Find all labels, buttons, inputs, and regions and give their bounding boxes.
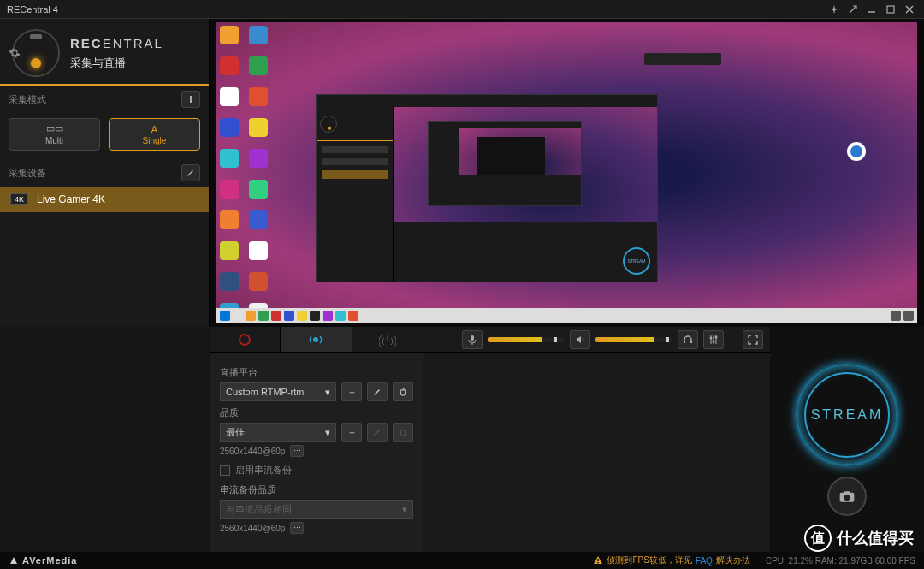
quality-resolution: 2560x1440@60p: [220, 447, 285, 456]
mode-subtitle: 采集与直播: [70, 56, 163, 71]
backup-quality-select: 与串流品质相同 ▾: [220, 500, 413, 519]
tab-multistream[interactable]: [352, 327, 424, 352]
bottom-left-empty: [0, 327, 210, 552]
checkbox-icon[interactable]: [220, 465, 230, 476]
broadcast-icon: [379, 333, 396, 347]
speaker-button[interactable]: [570, 330, 590, 349]
mic-button[interactable]: [462, 330, 483, 349]
watermark: 值 什么值得买: [804, 525, 914, 552]
bottom-area: 直播平台 Custom RTMP-rtm ▾ ＋ 品质 最佳 ▾ ＋: [0, 327, 924, 552]
backup-checkbox-row[interactable]: 启用串流备份: [220, 464, 413, 477]
nested-taskbar: [216, 308, 917, 323]
stream-action-panel: STREAM: [770, 327, 924, 552]
chevron-down-icon: ▾: [402, 504, 407, 515]
watermark-text: 什么值得买: [837, 528, 914, 548]
speaker-meter[interactable]: [595, 337, 672, 342]
platform-edit-button[interactable]: [367, 382, 388, 401]
edit-device-icon[interactable]: [181, 164, 200, 181]
quality-label: 品质: [220, 406, 413, 419]
mini-toolbar: [644, 53, 721, 65]
svg-rect-7: [684, 341, 685, 343]
multi-icon: ▭▭: [46, 123, 63, 134]
svg-rect-15: [598, 559, 599, 561]
audio-bar: [424, 327, 770, 353]
capture-device-label: 采集设备: [9, 167, 46, 180]
popout-icon[interactable]: [845, 2, 861, 17]
stream-settings-panel: 直播平台 Custom RTMP-rtm ▾ ＋ 品质 最佳 ▾ ＋: [210, 327, 424, 552]
platform-delete-button[interactable]: [393, 382, 413, 401]
stream-form: 直播平台 Custom RTMP-rtm ▾ ＋ 品质 最佳 ▾ ＋: [210, 353, 424, 542]
quality-select[interactable]: 最佳 ▾: [220, 423, 336, 442]
stream-button[interactable]: STREAM: [796, 364, 898, 466]
app-logo-icon[interactable]: [12, 29, 60, 77]
svg-rect-6: [471, 335, 474, 341]
tab-record[interactable]: [210, 327, 281, 352]
bottom-center-panel: [424, 327, 770, 552]
preview-screen: STREAM: [216, 22, 917, 323]
backup-more-button[interactable]: ⋯: [290, 522, 304, 534]
svg-point-14: [715, 335, 718, 338]
capture-mode-label: 采集模式: [9, 93, 46, 106]
svg-rect-8: [690, 341, 692, 343]
svg-point-12: [710, 336, 713, 339]
quality-more-button[interactable]: ⋯: [290, 445, 304, 457]
svg-point-13: [713, 340, 715, 342]
statusbar: AVerMedia 侦测到FPS较低，详见 FAQ 解决办法 CPU: 21.2…: [0, 552, 924, 569]
nested-stream-icon: STREAM: [623, 247, 650, 275]
svg-rect-2: [190, 96, 192, 98]
status-stats: CPU: 21.2% RAM: 21.97GB 60.00 FPS: [766, 556, 915, 566]
platform-label: 直播平台: [220, 366, 413, 379]
fullscreen-button[interactable]: [743, 330, 763, 349]
mode-multi-button[interactable]: ▭▭ Multi: [9, 118, 100, 151]
capture-mode-row: ▭▭ Multi A Single: [0, 113, 209, 159]
svg-point-5: [313, 337, 318, 342]
close-icon[interactable]: [902, 2, 917, 17]
quality-add-button[interactable]: ＋: [341, 423, 362, 442]
camera-icon: [838, 488, 856, 505]
main-area: RECENTRAL 采集与直播 采集模式 ▭▭ Multi A Single 采…: [0, 19, 924, 327]
float-orb-icon: [847, 142, 866, 161]
quality-edit-button: [367, 423, 388, 442]
gear-icon[interactable]: [9, 47, 21, 59]
mixer-button[interactable]: [703, 330, 724, 349]
backup-quality-label: 串流备份品质: [220, 483, 413, 496]
mode-single-button[interactable]: A Single: [109, 118, 200, 151]
maximize-icon[interactable]: [883, 2, 898, 17]
sidebar: RECENTRAL 采集与直播 采集模式 ▭▭ Multi A Single 采…: [0, 19, 210, 327]
capture-mode-header: 采集模式: [0, 86, 209, 113]
svg-point-4: [240, 335, 250, 345]
watermark-icon: 值: [804, 525, 832, 552]
mic-meter[interactable]: [488, 337, 565, 342]
stream-icon: [307, 333, 324, 347]
device-4k-badge: 4K: [10, 193, 28, 205]
svg-rect-1: [887, 6, 894, 13]
tab-row: [210, 327, 424, 353]
brand-logo: AVerMedia: [9, 555, 77, 566]
svg-rect-16: [598, 562, 599, 563]
single-icon: A: [151, 124, 157, 134]
brand-text: RECENTRAL: [70, 36, 163, 50]
record-icon: [238, 333, 252, 347]
minimize-icon[interactable]: [864, 2, 880, 17]
app-title: RECentral 4: [7, 4, 823, 15]
capture-device-header: 采集设备: [0, 159, 209, 187]
titlebar: RECentral 4: [0, 0, 924, 19]
info-icon[interactable]: [181, 91, 200, 108]
preview-area[interactable]: STREAM: [210, 19, 924, 327]
device-row[interactable]: 4K Live Gamer 4K: [0, 187, 209, 212]
nested-window: STREAM: [316, 94, 658, 282]
pin-icon[interactable]: [826, 2, 842, 17]
device-name: Live Gamer 4K: [37, 193, 105, 205]
status-warning: 侦测到FPS较低，详见 FAQ 解决办法: [593, 554, 749, 566]
tab-stream[interactable]: [281, 327, 352, 352]
platform-select[interactable]: Custom RTMP-rtm ▾: [220, 382, 336, 401]
warning-icon: [593, 555, 603, 566]
svg-rect-3: [190, 98, 192, 103]
platform-add-button[interactable]: ＋: [341, 382, 362, 401]
quality-delete-button: [393, 423, 413, 442]
chevron-down-icon: ▾: [325, 387, 330, 398]
faq-link[interactable]: FAQ: [696, 556, 713, 566]
snapshot-button[interactable]: [827, 477, 867, 516]
headphone-button[interactable]: [678, 330, 698, 349]
header-block: RECENTRAL 采集与直播: [0, 19, 209, 86]
